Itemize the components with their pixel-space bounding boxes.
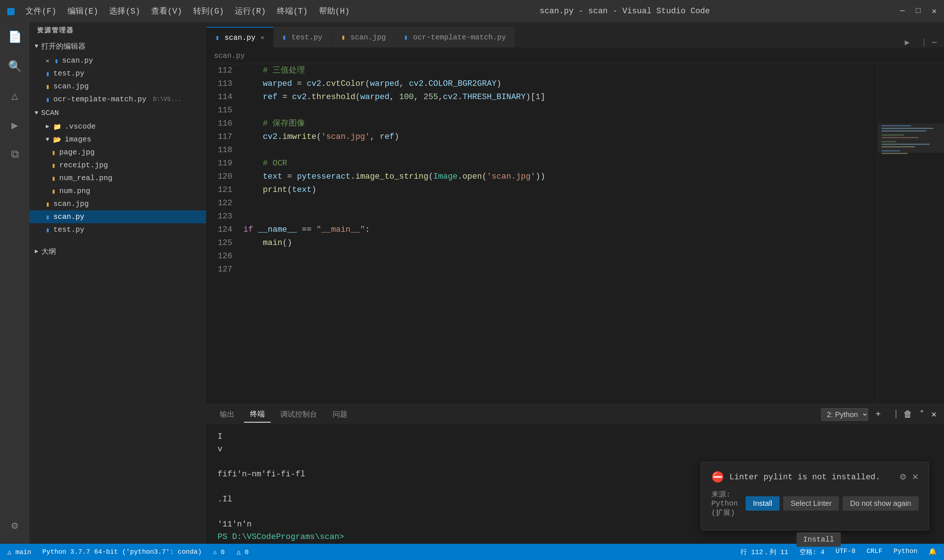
terminal-tab-output[interactable]: 输出 (214, 406, 241, 422)
tab-label: scan.jpg (350, 33, 386, 42)
menu-bar: 文件(F) 编辑(E) 选择(S) 查看(V) 转到(G) 运行(R) 终端(T… (25, 6, 350, 17)
minimap (878, 64, 944, 404)
notification-popup: ⛔ Linter pylint is not installed. ⚙ ✕ 来源… (700, 462, 929, 531)
code-editor[interactable]: 112 113 114 115 116 117 118 119 120 121 … (207, 64, 878, 404)
open-file-scan-py[interactable]: ✕ ▮ scan.py (29, 54, 206, 67)
tab-label: scan.py (225, 34, 256, 42)
status-python-env[interactable]: Python 3.7.7 64-bit ('python3.7': conda) (42, 548, 202, 555)
open-file-scan-jpg[interactable]: ▮ scan.jpg (29, 80, 206, 93)
status-encoding[interactable]: UTF-8 (836, 548, 856, 556)
menu-goto[interactable]: 转到(G) (193, 6, 224, 17)
menu-file[interactable]: 文件(F) (25, 6, 56, 17)
tree-num-png[interactable]: ▮ num.png (29, 185, 206, 197)
run-button[interactable]: ▶ (905, 38, 910, 48)
terminal-tab-problems[interactable]: 问题 (327, 406, 353, 422)
terminal-close-button[interactable]: ✕ (932, 409, 936, 420)
activity-settings[interactable]: ⚙ (4, 514, 26, 537)
split-editor-button[interactable]: ⎹ (917, 38, 924, 48)
notification-settings-button[interactable]: ⚙ (899, 472, 907, 482)
tab-scan-jpg[interactable]: ▮ scan.jpg (333, 27, 395, 48)
py-tab-icon: ▮ (404, 33, 408, 41)
notification-do-not-show-button[interactable]: Do not show again (842, 496, 919, 511)
install-tooltip: Install (796, 532, 841, 547)
notification-close-button[interactable]: ✕ (912, 472, 919, 482)
minimize-button[interactable]: — (900, 6, 905, 16)
tree-page-jpg[interactable]: ▮ page.jpg (29, 146, 206, 159)
open-editors-group[interactable]: ▼ 打开的编辑器 (29, 38, 206, 54)
open-editors-chevron: ▼ (35, 43, 39, 50)
jpg-file-icon: ▮ (46, 83, 50, 91)
jpg-icon: ▮ (46, 200, 50, 208)
activity-search[interactable]: 🔍 (4, 55, 26, 77)
status-git[interactable]: △ main (8, 548, 31, 556)
status-line-ending[interactable]: CRLF (867, 548, 882, 556)
py-icon: ▮ (46, 213, 50, 221)
activity-bar: 📄 🔍 △ ▶ ⧉ ⚙ (0, 22, 29, 544)
close-button[interactable]: ✕ (932, 6, 936, 16)
status-spaces[interactable]: 空格: 4 (799, 548, 825, 556)
status-notifications[interactable]: 🔔 (929, 548, 936, 556)
open-file-label: scan.py (62, 56, 93, 65)
code-line-113: warped = cv2.cvtColor(warped, cv2.COLOR_… (244, 77, 870, 91)
editor-main: 112 113 114 115 116 117 118 119 120 121 … (207, 64, 944, 404)
menu-help[interactable]: 帮助(H) (319, 6, 350, 17)
close-file-icon[interactable]: ✕ (46, 57, 49, 65)
activity-explorer[interactable]: 📄 (4, 26, 26, 48)
scan-project-group[interactable]: ▼ SCAN (29, 106, 206, 120)
folder-chevron: ▼ (46, 136, 49, 143)
maximize-button[interactable]: □ (916, 6, 921, 16)
terminal-tab-debug[interactable]: 调试控制台 (275, 406, 323, 422)
code-line-117: cv2.imwrite('scan.jpg', ref) (244, 131, 870, 144)
activity-run[interactable]: ▶ (4, 114, 26, 136)
tab-close-icon[interactable]: ✕ (261, 34, 264, 41)
status-cursor[interactable]: 行 112，列 11 (740, 548, 788, 556)
activity-extensions[interactable]: ⧉ (4, 144, 26, 166)
split-terminal-button[interactable]: ⎹ (888, 409, 896, 419)
tree-images-folder[interactable]: ▼ 📂 images (29, 133, 206, 146)
tree-num-real-png[interactable]: ▮ num_real.png (29, 172, 206, 185)
notification-select-linter-button[interactable]: Select Linter (783, 496, 839, 511)
tab-scan-py[interactable]: ▮ scan.py ✕ (207, 27, 274, 48)
outline-chevron: ► (35, 248, 39, 255)
terminal-tab-terminal[interactable]: 终端 (244, 406, 271, 423)
tree-scan-jpg[interactable]: ▮ scan.jpg (29, 197, 206, 210)
menu-select[interactable]: 选择(S) (109, 6, 140, 17)
outline-group[interactable]: ► 大纲 (29, 243, 206, 259)
tree-scan-py[interactable]: ▮ scan.py (29, 210, 206, 223)
status-errors[interactable]: ⚠ 0 △ 0 (213, 548, 248, 556)
status-language[interactable]: Python (893, 548, 918, 556)
menu-edit[interactable]: 编辑(E) (68, 6, 99, 17)
open-file-test-py[interactable]: ▮ test.py (29, 67, 206, 80)
code-content[interactable]: # 三值处理 warped = cv2.cvtColor(warped, cv2… (236, 64, 878, 404)
activity-bar-bottom: ⚙ (4, 514, 26, 537)
open-file-ocr[interactable]: ▮ ocr-template-match.py D:\VS... (29, 93, 206, 106)
code-line-112: # 三值处理 (244, 64, 870, 77)
jpg-icon: ▮ (52, 148, 56, 157)
breadcrumb-text[interactable]: scan.py (214, 52, 245, 60)
menu-run[interactable]: 运行(R) (235, 6, 266, 17)
file-path: D:\VS... (153, 96, 181, 103)
code-line-115 (244, 104, 870, 117)
line-numbers: 112 113 114 115 116 117 118 119 120 121 … (207, 64, 236, 404)
kill-terminal-button[interactable]: 🗑 (904, 409, 912, 420)
tab-test-py[interactable]: ▮ test.py (274, 27, 333, 48)
menu-view[interactable]: 查看(V) (151, 6, 182, 17)
tree-receipt-jpg[interactable]: ▮ receipt.jpg (29, 159, 206, 172)
jpg-tab-icon: ▮ (341, 33, 346, 41)
more-actions-button[interactable]: ⋯ (932, 38, 936, 48)
terminal-up-button[interactable]: ˄ (920, 409, 924, 420)
tree-vscode-folder[interactable]: ► 📁 .vscode (29, 120, 206, 133)
tree-test-py[interactable]: ▮ test.py (29, 223, 206, 236)
tab-ocr-template[interactable]: ▮ ocr-template-match.py (395, 27, 515, 48)
notification-title: Linter pylint is not installed. (730, 473, 894, 482)
terminal-shell-selector[interactable]: 2: Python (821, 408, 868, 421)
py-icon: ▮ (46, 226, 50, 234)
outline-label: 大纲 (41, 246, 56, 257)
activity-source-control[interactable]: △ (4, 85, 26, 107)
notification-install-button[interactable]: Install (746, 496, 779, 511)
menu-terminal[interactable]: 终端(T) (277, 6, 308, 17)
new-terminal-button[interactable]: + (875, 409, 881, 419)
py-tab-icon: ▮ (282, 33, 287, 41)
file-label: num_real.png (59, 174, 113, 182)
tab-bar-actions: ▶ ⎹ ⋯ (898, 38, 944, 48)
